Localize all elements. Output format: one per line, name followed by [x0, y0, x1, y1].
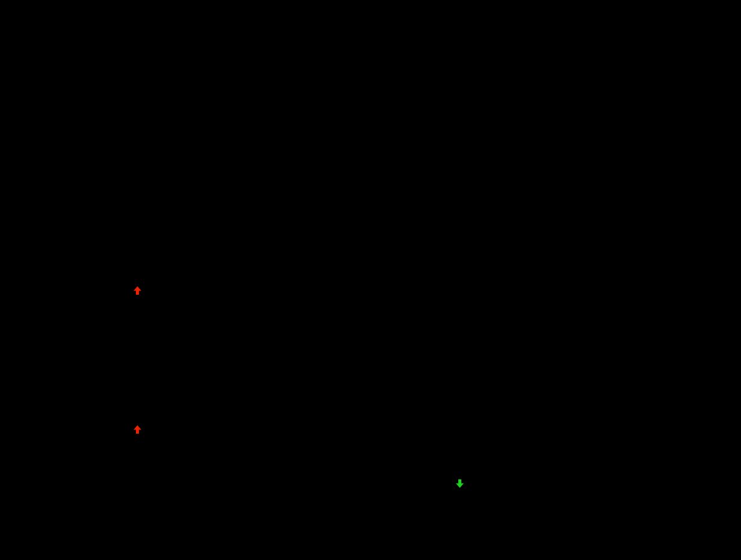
buy-signal-arrow-icon — [133, 286, 142, 295]
volume-buy-signal-arrow-icon — [133, 425, 142, 434]
death-cross-arrow-icon — [455, 479, 464, 488]
stock-chart-window — [0, 0, 741, 560]
chart-canvas[interactable] — [0, 0, 741, 560]
